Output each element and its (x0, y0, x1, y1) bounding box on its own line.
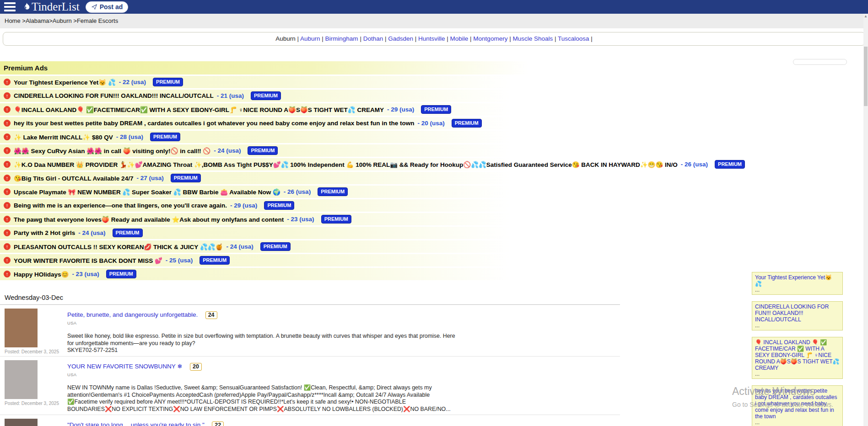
premium-ad-title[interactable]: The pawg that everyone loves🍑 Ready and … (14, 216, 284, 223)
premium-badge: PREMIUM (715, 160, 745, 169)
listing-posted-date: Posted: December 3, 2025 (5, 349, 59, 354)
up-arrow-icon: ↑ (4, 188, 11, 195)
up-arrow-icon: ↑ (4, 175, 11, 181)
up-arrow-icon: ↑ (4, 133, 11, 140)
city-link[interactable]: Dothan (363, 35, 383, 42)
premium-ad-title[interactable]: Happy HOlidays😊 (14, 271, 69, 278)
listing-row: Posted: December 3, 2025 "Don't stare to… (0, 415, 620, 426)
up-arrow-icon: ↑ (4, 202, 11, 209)
premium-ad-title[interactable]: PLEASANTON OUTCALLS !! SEXY KOREAN💋 THIC… (14, 243, 223, 250)
premium-badge: PREMIUM (248, 146, 278, 155)
premium-ad-row[interactable]: ↑ 😘Big Tits Girl - OUTCALL Available 24/… (0, 172, 622, 184)
up-arrow-icon: ↑ (4, 147, 11, 154)
premium-badge: PREMIUM (171, 174, 201, 182)
premium-ad-meta: - 20 (usa) (417, 120, 444, 127)
premium-ad-title[interactable]: Your Tightest Experience Yet😼 💦 (14, 79, 116, 86)
scrollbar-up-arrow[interactable]: ▲ (863, 14, 868, 19)
premium-ad-row[interactable]: ↑ CINDERELLA LOOKING FOR FUN!!! OAKLAND!… (0, 90, 622, 102)
city-link[interactable]: Gadsden (388, 35, 413, 42)
premium-ad-row[interactable]: ↑ Upscale Playmate 🎀 NEW NUMBER 💦 Super … (0, 186, 622, 198)
premium-badge: PREMIUM (251, 91, 281, 100)
scrollbar-thumb[interactable] (864, 47, 868, 106)
city-link[interactable]: Auburn (300, 35, 320, 42)
premium-badge: PREMIUM (321, 215, 351, 224)
up-arrow-icon: ↑ (4, 216, 11, 223)
premium-ad-row[interactable]: ↑ 🌺🌺 Sexy CuRvy Asian 🌺🌺 in call 🍑 visit… (0, 144, 622, 157)
city-link[interactable]: Montgomery (473, 35, 507, 42)
city-link[interactable]: Tuscaloosa (558, 35, 589, 42)
sidebar-ad-box[interactable]: Your Tightest Experience Yet😼 💦 ... (752, 272, 843, 295)
premium-ad-row[interactable]: ↑ ✨ Lake Merritt INCALL✨ $80 QV - 28 (us… (0, 131, 622, 143)
empty-placeholder-box (793, 59, 847, 65)
listing-row: Posted: December 3, 2025 YOUR NEW FAVORI… (0, 357, 620, 415)
sidebar-ad-text[interactable]: 🎈 INCALL OAKLAND 🎈 ✅ FACETIME/CAR ✅ WITH… (755, 339, 840, 371)
premium-ad-title[interactable]: 🌺🌺 Sexy CuRvy Asian 🌺🌺 in call 🍑 visitin… (14, 147, 210, 154)
premium-ad-meta: - 22 (usa) (119, 79, 146, 85)
premium-ad-row[interactable]: ↑ PLEASANTON OUTCALLS !! SEXY KOREAN💋 TH… (0, 240, 622, 253)
age-badge: 24 (205, 311, 217, 319)
breadcrumb[interactable]: Home >Alabama>Auburn >Female Escorts (0, 14, 868, 28)
listing-title-link[interactable]: Petite, brunette, and dangerously unforg… (67, 311, 198, 318)
vertical-scrollbar[interactable]: ▲ (863, 14, 868, 426)
premium-ad-row[interactable]: ↑ YOUR WINTER FAVORITE IS BACK DONT MISS… (0, 254, 622, 266)
premium-ad-title[interactable]: 😘Big Tits Girl - OUTCALL Available 24/7 (14, 175, 133, 182)
sidebar-ad-box[interactable]: 🎈 INCALL OAKLAND 🎈 ✅ FACETIME/CAR ✅ WITH… (752, 337, 843, 379)
sidebar-premium-list: Your Tightest Experience Yet😼 💦 ... CIND… (752, 272, 843, 426)
hamburger-menu-icon[interactable] (4, 2, 16, 11)
premium-ad-title[interactable]: Upscale Playmate 🎀 NEW NUMBER 💦 Super So… (14, 188, 280, 196)
city-link[interactable]: Huntsville (418, 35, 445, 42)
premium-badge: PREMIUM (260, 242, 291, 251)
listing-description: NEW IN TOWNMy name is Dallas !Seductive,… (67, 384, 456, 413)
premium-ad-row[interactable]: ↑ The pawg that everyone loves🍑 Ready an… (0, 213, 622, 225)
age-badge: 20 (190, 363, 202, 371)
premium-ad-meta: - 26 (usa) (284, 188, 311, 195)
premium-ad-row[interactable]: ↑ Party with 2 Hot girls - 24 (usa) PREM… (0, 227, 622, 239)
city-link[interactable]: Muscle Shoals (512, 35, 553, 42)
brand-logo[interactable]: TinderList (22, 0, 80, 13)
premium-ad-title[interactable]: ✨K.O Daa NUMBER 👑 PROVIDER 💃✨💕AMAZING Th… (14, 161, 678, 168)
premium-ad-title[interactable]: Being with me is an experience—one that … (14, 202, 227, 209)
premium-ad-title[interactable]: ✨ Lake Merritt INCALL✨ $80 QV (14, 133, 113, 141)
premium-ad-row[interactable]: ↑ Your Tightest Experience Yet😼 💦 - 22 (… (0, 76, 622, 88)
listing-thumbnail[interactable] (5, 419, 38, 426)
sidebar-ad-text[interactable]: Your Tightest Experience Yet😼 💦 (755, 274, 840, 287)
listing-thumbnail[interactable] (5, 360, 38, 399)
premium-ad-title[interactable]: CINDERELLA LOOKING FOR FUN!!! OAKLAND!!!… (14, 92, 214, 99)
listing-title-link[interactable]: YOUR NEW FAVORITE SNOWBUNNY ❄ (67, 363, 183, 370)
premium-ad-meta: - 23 (usa) (287, 216, 314, 223)
premium-ad-title[interactable]: YOUR WINTER FAVORITE IS BACK DONT MISS 💕 (14, 257, 162, 264)
listing-title-link[interactable]: "Don't stare too long… unless you're rea… (67, 421, 205, 426)
premium-ad-meta: - 29 (usa) (230, 202, 257, 209)
up-arrow-icon: ↑ (4, 243, 11, 250)
up-arrow-icon: ↑ (4, 92, 11, 99)
up-arrow-icon: ↑ (4, 229, 11, 236)
city-link[interactable]: Mobile (450, 35, 469, 42)
sidebar-ad-box[interactable]: CINDERELLA LOOKING FOR FUN!!! OAKLAND!!!… (752, 301, 843, 330)
premium-badge: PREMIUM (318, 187, 348, 196)
premium-ad-title[interactable]: hey its your best wettes petite baby DRE… (14, 120, 414, 127)
listing-thumbnail[interactable] (5, 309, 38, 347)
premium-ad-row[interactable]: ↑ Happy HOlidays😊 - 23 (usa) PREMIUM (0, 268, 622, 280)
post-ad-button[interactable]: Post ad (86, 1, 129, 13)
premium-badge: PREMIUM (452, 119, 482, 128)
city-links: Auburn | Birmingham | Dothan | Gadsden |… (300, 35, 593, 42)
premium-badge: PREMIUM (153, 78, 183, 86)
premium-ad-row[interactable]: ↑ Being with me is an experience—one tha… (0, 199, 622, 212)
premium-ad-title[interactable]: 🎈INCALL OAKLAND🎈 ✅FACETIME/CAR✅ WITH A S… (14, 106, 384, 113)
sidebar-ad-box[interactable]: hey its your best wettes petite baby DRE… (752, 385, 843, 426)
premium-badge: PREMIUM (150, 133, 180, 141)
premium-ad-title[interactable]: Party with 2 Hot girls (14, 229, 75, 236)
city-link[interactable]: Birmingham (325, 35, 358, 42)
up-arrow-icon: ↑ (4, 257, 11, 264)
premium-ad-row[interactable]: ↑ hey its your best wettes petite baby D… (0, 117, 622, 129)
date-header: Wednesday-03-Dec (0, 292, 620, 305)
sidebar-ad-ellipsis: ... (755, 287, 840, 293)
premium-ad-row[interactable]: ↑ ✨K.O Daa NUMBER 👑 PROVIDER 💃✨💕AMAZING … (0, 158, 622, 170)
premium-ad-meta: - 27 (usa) (136, 175, 163, 181)
top-bar: TinderList Post ad (0, 0, 868, 14)
city-nav: Auburn | Auburn | Birmingham | Dothan | … (3, 32, 865, 46)
sidebar-ad-text[interactable]: hey its your best wettes petite baby DRE… (755, 388, 840, 420)
premium-ad-row[interactable]: ↑ 🎈INCALL OAKLAND🎈 ✅FACETIME/CAR✅ WITH A… (0, 103, 622, 116)
sidebar-ad-ellipsis: ... (755, 420, 840, 426)
sidebar-ad-text[interactable]: CINDERELLA LOOKING FOR FUN!!! OAKLAND!!!… (755, 304, 840, 323)
